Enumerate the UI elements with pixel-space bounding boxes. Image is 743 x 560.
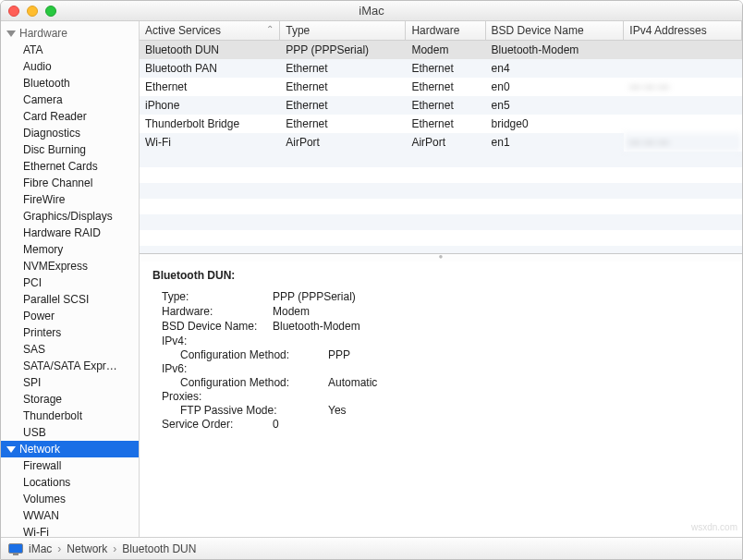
table-cell: Ethernet: [406, 115, 485, 133]
detail-type-value: PPP (PPPSerial): [273, 290, 356, 303]
sidebar-item[interactable]: Volumes: [1, 491, 139, 507]
sidebar-section-label: Hardware: [19, 27, 67, 40]
sidebar-item[interactable]: Printers: [1, 324, 139, 341]
column-header[interactable]: BSD Device Name: [485, 21, 624, 41]
path-seg-1[interactable]: Network: [67, 542, 107, 555]
table-cell: Ethernet: [406, 96, 485, 115]
table-cell: [624, 96, 742, 115]
chevron-right-icon: ›: [57, 542, 61, 555]
table-cell: en4: [485, 59, 624, 78]
sidebar-item[interactable]: Graphics/Displays: [1, 208, 139, 225]
detail-proxies-label: Proxies:: [152, 390, 273, 403]
detail-svcorder-value: 0: [273, 418, 279, 431]
table-empty-rows: [140, 152, 742, 254]
table-cell: iPhone: [140, 96, 280, 115]
detail-bsd-label: BSD Device Name:: [152, 320, 273, 333]
table-row[interactable]: Wi-FiAirPortAirPorten1— — —: [140, 133, 742, 152]
sidebar-section-network[interactable]: Network: [1, 441, 139, 457]
services-table: Active Services⌃TypeHardwareBSD Device N…: [140, 21, 742, 152]
path-seg-0[interactable]: iMac: [29, 542, 52, 555]
sidebar-item[interactable]: Audio: [1, 58, 139, 75]
split-handle[interactable]: ●: [140, 254, 742, 262]
sidebar-item[interactable]: Ethernet Cards: [1, 158, 139, 175]
column-header[interactable]: IPv4 Addresses: [624, 21, 742, 41]
table-cell: en5: [485, 96, 624, 115]
column-header[interactable]: Active Services⌃: [140, 21, 280, 41]
detail-pane: Bluetooth DUN: Type:PPP (PPPSerial) Hard…: [140, 262, 742, 537]
sidebar-item[interactable]: WWAN: [1, 507, 139, 524]
sidebar-item[interactable]: SATA/SATA Expr…: [1, 358, 139, 374]
detail-svcorder-label: Service Order:: [152, 418, 273, 431]
detail-ipv4-label: IPv4:: [152, 335, 273, 347]
sidebar-item[interactable]: Hardware RAID: [1, 225, 139, 241]
sidebar-item[interactable]: Locations: [1, 474, 139, 491]
table-row[interactable]: Bluetooth PANEthernetEtherneten4: [140, 59, 742, 78]
disclosure-triangle-icon[interactable]: [6, 446, 16, 453]
table-cell: [624, 59, 742, 78]
table-cell: Wi-Fi: [140, 133, 280, 152]
sort-chevron-icon: ⌃: [266, 24, 274, 34]
sidebar-item[interactable]: Card Reader: [1, 108, 139, 125]
sidebar-item[interactable]: ATA: [1, 42, 139, 58]
sidebar-item[interactable]: Camera: [1, 91, 139, 108]
table-cell: — — —: [624, 133, 742, 152]
main-content: HardwareATAAudioBluetoothCameraCard Read…: [1, 21, 742, 537]
column-header[interactable]: Hardware: [406, 21, 485, 41]
sidebar-item[interactable]: Diagnostics: [1, 125, 139, 141]
path-seg-2[interactable]: Bluetooth DUN: [122, 542, 196, 555]
table-row[interactable]: Bluetooth DUNPPP (PPPSerial)ModemBluetoo…: [140, 41, 742, 60]
detail-title: Bluetooth DUN:: [152, 269, 729, 282]
sidebar-item[interactable]: Storage: [1, 391, 139, 408]
services-table-wrap[interactable]: Active Services⌃TypeHardwareBSD Device N…: [140, 21, 742, 254]
sidebar-item[interactable]: Parallel SCSI: [1, 291, 139, 308]
computer-icon: [8, 543, 23, 554]
sidebar-item[interactable]: SAS: [1, 341, 139, 358]
table-cell: bridge0: [485, 115, 624, 133]
sidebar-section-label: Network: [19, 443, 60, 456]
sidebar-item[interactable]: Firewall: [1, 457, 139, 474]
detail-ftp-value: Yes: [328, 404, 347, 417]
sidebar-item[interactable]: USB: [1, 424, 139, 441]
table-cell: Bluetooth PAN: [140, 59, 280, 78]
watermark: wsxdn.com: [691, 522, 737, 532]
detail-ipv6-cfg-value: Automatic: [328, 376, 377, 389]
table-cell: AirPort: [280, 133, 406, 152]
table-cell: [624, 115, 742, 133]
detail-ipv4-cfg-label: Configuration Method:: [180, 348, 328, 361]
sidebar-item[interactable]: Bluetooth: [1, 75, 139, 91]
column-header[interactable]: Type: [280, 21, 406, 41]
table-row[interactable]: EthernetEthernetEtherneten0— — —: [140, 78, 742, 96]
content-column: Active Services⌃TypeHardwareBSD Device N…: [140, 21, 742, 537]
sidebar-item[interactable]: Wi-Fi: [1, 524, 139, 537]
table-cell: Ethernet: [140, 78, 280, 96]
table-cell: Ethernet: [280, 78, 406, 96]
table-cell: Modem: [406, 41, 485, 60]
sidebar[interactable]: HardwareATAAudioBluetoothCameraCard Read…: [1, 21, 140, 537]
table-cell: Ethernet: [280, 115, 406, 133]
sidebar-section-hardware[interactable]: Hardware: [1, 25, 139, 42]
detail-ftp-label: FTP Passive Mode:: [180, 404, 328, 417]
detail-ipv4-cfg-value: PPP: [328, 348, 350, 361]
table-cell: Ethernet: [406, 59, 485, 78]
sidebar-item[interactable]: Thunderbolt: [1, 408, 139, 424]
disclosure-triangle-icon[interactable]: [6, 30, 16, 37]
table-cell: PPP (PPPSerial): [280, 41, 406, 60]
window-title: iMac: [1, 4, 742, 18]
titlebar: iMac: [1, 1, 742, 21]
sidebar-item[interactable]: Memory: [1, 241, 139, 258]
sidebar-item[interactable]: Power: [1, 308, 139, 324]
sidebar-item[interactable]: NVMExpress: [1, 258, 139, 274]
sidebar-item[interactable]: FireWire: [1, 191, 139, 208]
sidebar-item[interactable]: Fibre Channel: [1, 175, 139, 191]
table-cell: [624, 41, 742, 60]
sidebar-item[interactable]: SPI: [1, 374, 139, 391]
table-row[interactable]: Thunderbolt BridgeEthernetEthernetbridge…: [140, 115, 742, 133]
chevron-right-icon: ›: [113, 542, 116, 555]
sidebar-item[interactable]: Disc Burning: [1, 141, 139, 158]
table-cell: Thunderbolt Bridge: [140, 115, 280, 133]
table-row[interactable]: iPhoneEthernetEtherneten5: [140, 96, 742, 115]
table-cell: en1: [485, 133, 624, 152]
table-cell: Bluetooth-Modem: [485, 41, 624, 60]
sidebar-item[interactable]: PCI: [1, 274, 139, 291]
table-cell: — — —: [624, 78, 742, 96]
